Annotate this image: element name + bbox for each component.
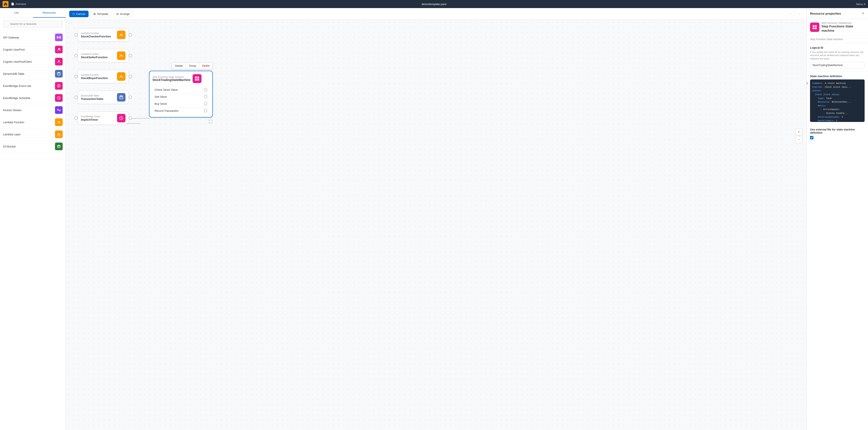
arrange-icon: ⊟ (116, 12, 119, 16)
svg-rect-21 (815, 27, 817, 29)
redo-button[interactable]: ↪ (796, 10, 803, 18)
node-card-stock-checker[interactable]: Lambda Function StockCheckerFunction (78, 28, 129, 41)
group-button[interactable]: Group (186, 63, 199, 69)
rp-code-block: Comment: A state machine StartAt: Check … (810, 80, 865, 122)
sidebar-item-cognito-userpool[interactable]: Cognito UserPool (0, 44, 66, 56)
rp-title: Resource properties (810, 12, 861, 15)
rp-checkbox-row (810, 136, 865, 139)
sidebar-item-s3-bucket[interactable]: S3 Bucket (0, 140, 66, 152)
sidebar-item-label: EventBridge Schedule (3, 96, 55, 99)
external-file-checkbox[interactable] (810, 136, 813, 139)
search-input[interactable] (3, 20, 63, 27)
rp-external-file-label: Use external file for state machine defi… (810, 128, 865, 134)
home-button[interactable] (3, 1, 8, 7)
canvas-toolbar: ⬡ Canvas ⊞ Template ⊟ Arrange ↩ ↪ (66, 8, 806, 20)
lambda-function-icon (55, 118, 63, 126)
connector-left-stock-checker (74, 33, 78, 36)
canvas-content[interactable]: Lambda Function StockCheckerFunction (66, 20, 806, 430)
sidebar-item-label: Lambda Function (3, 121, 55, 124)
state-machine-card[interactable]: Step Functions State machine StockTradin… (149, 71, 213, 117)
tab-list[interactable]: List (0, 8, 33, 18)
connector-left-stock-buyer (74, 75, 78, 78)
sidebar-item-label: Cognito UserPool (3, 48, 55, 51)
node-row-stock-seller: Lambda Function StockSellerFunction (74, 49, 132, 62)
tab-resources[interactable]: Resources (33, 8, 66, 18)
node-card-stock-buyer[interactable]: Lambda Function StockBuyerFunction (78, 70, 129, 83)
sidebar-item-lambda-function[interactable]: Lambda Function (0, 116, 66, 128)
svg-rect-18 (813, 25, 814, 27)
sidebar-item-eventbridge-schedule[interactable]: EventBridge Schedule (0, 92, 66, 104)
connector-right-transaction-table (129, 95, 132, 99)
node-icon-stock-buyer (117, 72, 125, 81)
svg-point-7 (58, 85, 59, 86)
svg-point-11 (120, 95, 123, 97)
main-layout: List Resources 🔍 API Gateway Cognito Use… (0, 8, 868, 430)
sidebar-item-label: EventBridge Event rule (3, 84, 55, 88)
sidebar-item-label: S3 Bucket (3, 145, 55, 148)
state-connector-check-stock (204, 88, 207, 91)
svg-point-4 (58, 60, 59, 62)
details-button[interactable]: Details (172, 63, 186, 69)
canvas-button[interactable]: ⬡ Canvas (69, 10, 89, 17)
sidebar-item-dynamodb-table[interactable]: DynamoDB Table (0, 68, 66, 80)
svg-point-2 (58, 48, 59, 50)
kinesis-icon (55, 106, 63, 114)
sidebar-item-label: API Gateway (3, 36, 55, 39)
node-card-stock-seller[interactable]: Lambda Function StockSellerFunction (78, 49, 129, 62)
sidebar-item-lambda-layer[interactable]: Lambda Layer (0, 128, 66, 140)
sidebar-item-kinesis-stream[interactable]: Kinesis Stream (0, 104, 66, 116)
lambda-layer-icon (55, 131, 63, 138)
connector-right-implicit-timer (129, 116, 132, 120)
rp-external-file-section: Use external file for state machine defi… (807, 125, 868, 142)
rp-state-def-label: State machine definition (810, 75, 865, 78)
undo-button[interactable]: ↩ (787, 10, 794, 18)
state-machine-icon (193, 74, 202, 83)
node-card-transaction-table[interactable]: DynamoDB Table TransactionTable (78, 91, 129, 104)
connector-left-stock-seller (74, 54, 78, 57)
svg-point-3 (59, 48, 60, 49)
nodes-column: Lambda Function StockCheckerFunction (74, 28, 132, 128)
sidebar-item-api-gateway[interactable]: API Gateway (0, 31, 66, 44)
sm-state-record-transaction: Record Transaction (152, 107, 209, 114)
sidebar-item-label: DynamoDB Table (3, 72, 55, 76)
rp-state-def-section: State machine definition ⏸ Comment: A st… (807, 71, 868, 125)
logical-id-input[interactable] (810, 62, 865, 68)
fullscreen-button[interactable] (209, 119, 213, 124)
s3-icon (55, 143, 63, 150)
delete-button[interactable]: Delete (199, 63, 213, 69)
svg-rect-17 (197, 79, 199, 81)
sidebar-item-label: Cognito UserPoolClient (3, 60, 55, 63)
eventbridge-schedule-icon (55, 94, 63, 102)
dynamodb-icon (55, 70, 63, 78)
rp-logical-id-help: If you update this value for an existing… (810, 51, 865, 60)
svg-rect-1 (60, 36, 61, 38)
canvas-icon: ⬡ (72, 12, 75, 16)
zoom-in-button[interactable]: + (795, 128, 802, 135)
template-icon: ⊞ (93, 12, 96, 16)
template-button[interactable]: ⊞ Template (90, 10, 112, 17)
cognito-userpoolclient-icon (55, 58, 63, 65)
sidebar-item-cognito-userpoolclient[interactable]: Cognito UserPoolClient (0, 56, 66, 68)
node-card-implicit-timer[interactable]: EventBridge Timer ImplicitTimer (78, 112, 129, 125)
svg-rect-0 (57, 36, 58, 38)
sm-state-sell-stock: Sell Stock (152, 93, 209, 100)
rp-resource-type: AWS::Serverless::StateMachine (822, 22, 865, 24)
node-row-stock-checker: Lambda Function StockCheckerFunction (74, 28, 132, 41)
sidebar-item-eventbridge-eventrule[interactable]: EventBridge Event rule (0, 80, 66, 92)
collapse-button[interactable]: ⏸ (806, 82, 809, 85)
connector-right-stock-buyer (129, 75, 132, 78)
menu-button[interactable]: Menu ▾ (856, 3, 865, 6)
rp-header: Resource properties ✕ (807, 8, 868, 19)
zoom-out-button[interactable]: − (795, 136, 802, 143)
arrange-button[interactable]: ⊟ Arrange (113, 10, 133, 17)
node-icon-stock-checker (117, 31, 125, 39)
zoom-controls: + − (795, 128, 802, 143)
connector-right-stock-seller (129, 54, 132, 57)
svg-point-5 (57, 72, 60, 73)
close-panel-button[interactable]: ✕ (861, 11, 865, 16)
canvas-area: ⬡ Canvas ⊞ Template ⊟ Arrange ↩ ↪ (66, 8, 806, 430)
canvas-inner: Lambda Function StockCheckerFunction (66, 20, 806, 147)
node-text-stock-checker: Lambda Function StockCheckerFunction (81, 32, 115, 38)
api-gateway-icon (55, 34, 63, 41)
file-icon: 📄 (11, 3, 14, 5)
